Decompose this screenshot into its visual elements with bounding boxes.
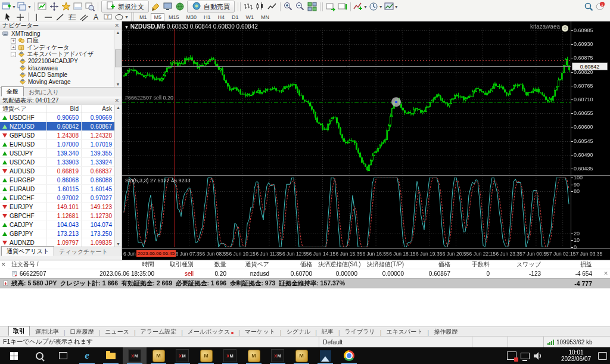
tray-network-icon[interactable]	[518, 347, 531, 364]
text-icon[interactable]: A	[91, 14, 101, 21]
community-icon[interactable]	[175, 1, 185, 12]
mt4-app-icon[interactable]: M	[290, 347, 313, 364]
taskbar-search[interactable]	[27, 347, 51, 364]
strategy-tester-icon[interactable]	[85, 1, 95, 12]
tree-item-エキスパートアドバイザ[interactable]: -エキスパートアドバイザ	[0, 51, 114, 58]
start-button[interactable]	[0, 347, 27, 364]
timeframe-h4[interactable]: H4	[215, 13, 228, 21]
tab-操作履歴[interactable]: 操作履歴	[430, 327, 462, 336]
xm-app-icon[interactable]: XM	[123, 347, 147, 364]
xm-app-icon[interactable]: XM	[170, 347, 194, 364]
periods-icon[interactable]: ▼	[369, 1, 383, 12]
vertical-line-icon[interactable]	[31, 14, 42, 21]
data-window-icon[interactable]	[49, 1, 60, 12]
market-watch-scrollbar[interactable]: ▲ ▼	[114, 105, 122, 247]
tree-item-macd-sample[interactable]: MACD Sample	[0, 71, 114, 79]
horizontal-line-icon[interactable]	[43, 14, 54, 21]
zoom-out-icon[interactable]	[295, 1, 306, 12]
scroll-down-icon[interactable]: ▼	[116, 242, 120, 246]
close-position-icon[interactable]: ✕	[602, 270, 610, 276]
fibonacci-icon[interactable]: f	[67, 14, 77, 21]
tree-item-xmtrading[interactable]: XMTrading	[0, 30, 114, 38]
bar-chart-icon[interactable]	[243, 1, 254, 12]
timeframe-m30[interactable]: M30	[183, 13, 200, 21]
channel-icon[interactable]	[79, 14, 89, 21]
symbol-row-usdjpy[interactable]: USDJPY139.340139.355	[0, 149, 114, 158]
tree-item-kitazawaea[interactable]: kitazawaea	[0, 65, 114, 72]
chart-window[interactable]: ▼ NZDUSD,M5 0.60833 0.60844 0.60830 0.60…	[122, 21, 610, 260]
mt4-app-icon[interactable]: M	[242, 347, 266, 364]
close-icon[interactable]: ✕	[114, 23, 119, 29]
tab-お気に入り[interactable]: お気に入り	[24, 88, 64, 97]
timeframe-m1[interactable]: M1	[136, 13, 150, 21]
tab-マーケット[interactable]: マーケット	[241, 327, 279, 336]
timeframe-w1[interactable]: W1	[243, 13, 257, 21]
tab-通貨ペアリスト[interactable]: 通貨ペアリスト	[1, 246, 54, 256]
new-chart-icon[interactable]: ▼	[2, 1, 16, 12]
tree-item-20221004cadjpy[interactable]: 20221004CADJPY	[0, 58, 114, 65]
symbol-row-usdcad[interactable]: USDCAD1.339031.33924	[0, 158, 114, 167]
xm-app-icon[interactable]: XM	[218, 347, 242, 364]
expand-icon[interactable]: +	[11, 45, 16, 50]
navigator-icon[interactable]	[61, 1, 71, 12]
metaquotes-icon[interactable]	[163, 1, 173, 12]
chart-collapse-icon[interactable]: ▼	[125, 25, 129, 29]
search-icon[interactable]	[583, 1, 594, 12]
mt4-app-icon[interactable]: M	[147, 347, 170, 364]
status-profile[interactable]: Default	[319, 337, 472, 347]
symbol-row-eurchf[interactable]: EURCHF0.970020.97027	[0, 194, 114, 203]
line-chart-icon[interactable]	[267, 1, 278, 12]
expand-icon[interactable]: +	[11, 38, 16, 43]
tab-運用比率[interactable]: 運用比率	[31, 327, 63, 336]
scroll-up-icon[interactable]: ▲	[116, 30, 120, 35]
indicators-icon[interactable]: ▼	[353, 1, 368, 12]
price-chart[interactable]	[122, 21, 610, 260]
new-order-button[interactable]: 新規注文	[101, 1, 149, 13]
scroll-thumb[interactable]	[115, 49, 122, 67]
templates-icon[interactable]: ▼	[384, 1, 399, 12]
symbol-row-eurusd[interactable]: EURUSD1.070001.07019	[0, 140, 114, 149]
trendline-icon[interactable]	[55, 14, 66, 21]
auto-scroll-icon[interactable]	[325, 1, 336, 12]
tray-photos-icon[interactable]	[505, 347, 518, 364]
crosshair-icon[interactable]	[15, 14, 26, 21]
collapse-icon[interactable]: -	[11, 52, 16, 57]
order-row[interactable]: 666225072023.06.06 18:35:00sell0.20nzdus…	[8, 269, 610, 278]
shapes-icon[interactable]: ▼	[114, 14, 129, 21]
symbol-row-audusd[interactable]: AUDUSD0.668190.66837	[0, 167, 114, 176]
tab-口座履歴[interactable]: 口座履歴	[66, 327, 98, 336]
profiles-icon[interactable]: ▼	[17, 1, 32, 12]
tray-volume-icon[interactable]	[531, 347, 544, 364]
zoom-in-icon[interactable]	[283, 1, 294, 12]
timeframe-d1[interactable]: D1	[229, 13, 242, 21]
terminal-icon[interactable]	[73, 1, 83, 12]
symbol-row-nzdusd[interactable]: NZDUSD0.608420.60867	[0, 122, 114, 131]
notifications-icon[interactable]: 1	[595, 1, 606, 12]
file-explorer-icon[interactable]	[99, 347, 123, 364]
tab-エキスパート[interactable]: エキスパート	[382, 327, 427, 336]
candle-chart-icon[interactable]	[255, 1, 266, 12]
ie-icon[interactable]: e	[75, 347, 99, 364]
tile-windows-icon[interactable]	[307, 1, 318, 12]
notification-center-icon[interactable]	[595, 347, 610, 364]
label-icon[interactable]: T	[102, 14, 113, 21]
symbol-row-gbpjpy[interactable]: GBPJPY173.213173.250	[0, 229, 114, 238]
symbol-row-cadjpy[interactable]: CADJPY104.043104.074	[0, 220, 114, 229]
timeframe-h1[interactable]: H1	[201, 13, 214, 21]
symbol-row-eurjpy[interactable]: EURJPY149.101149.123	[0, 203, 114, 211]
tab-全般[interactable]: 全般	[1, 86, 24, 97]
tab-取引[interactable]: 取引	[8, 326, 30, 336]
timeframe-mn[interactable]: MN	[258, 13, 272, 21]
symbol-row-gbpusd[interactable]: GBPUSD1.243081.24328	[0, 131, 114, 140]
close-icon[interactable]: ✕	[114, 98, 119, 104]
tray-clock[interactable]: 10:01 2023/06/07	[558, 349, 595, 362]
timeframe-m15[interactable]: M15	[166, 13, 182, 21]
metaeditor-icon[interactable]	[151, 1, 161, 12]
chrome-icon[interactable]	[337, 347, 361, 364]
tab-アラーム設定[interactable]: アラーム設定	[136, 327, 181, 336]
mt4-app-icon[interactable]: M	[194, 347, 218, 364]
cursor-icon[interactable]	[3, 14, 14, 21]
symbol-row-euraud[interactable]: EURAUD1.601151.60145	[0, 185, 114, 194]
ea-smiley-icon[interactable]: ☺	[562, 25, 568, 32]
tab-ティックチャート[interactable]: ティックチャート	[54, 247, 113, 256]
